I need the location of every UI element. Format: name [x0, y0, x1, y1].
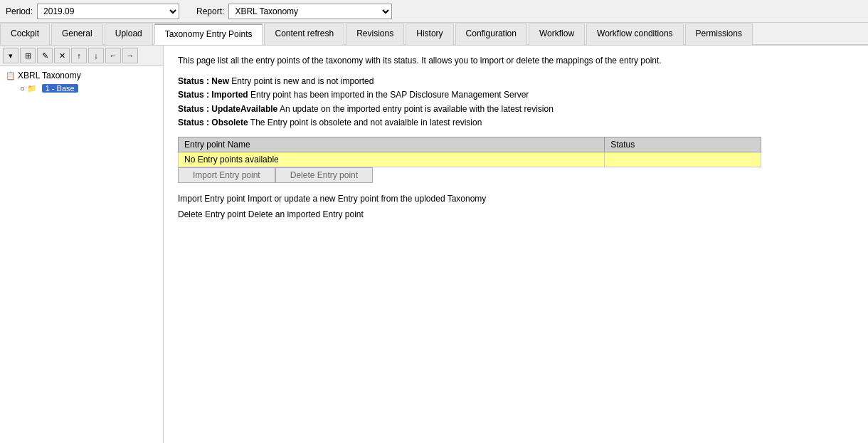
- report-select[interactable]: XBRL Taxonomy: [228, 4, 392, 19]
- toolbar-btn-right[interactable]: →: [122, 48, 138, 63]
- tab-history[interactable]: History: [406, 24, 453, 45]
- tab-content-refresh[interactable]: Content refresh: [264, 24, 344, 45]
- status-update-line: Status : UpdateAvailable An update on th…: [178, 103, 854, 116]
- tree-root-label: XBRL Taxonomy: [18, 71, 81, 80]
- table-cell-name: No Entry points available: [179, 152, 605, 167]
- tree-badge: 1 - Base: [42, 84, 78, 93]
- main-layout: ▾ ⊞ ✎ ✕ ↑ ↓ ← → 📋 XBRL Taxonomy ○ 📁 1 - …: [0, 46, 868, 443]
- tree-child-label: 1 - Base: [39, 83, 78, 93]
- tree-expand-icon: ○: [20, 84, 25, 93]
- tree-root-icon: 📋: [6, 71, 16, 80]
- tab-bar: Cockpit General Upload Taxonomy Entry Po…: [0, 23, 868, 46]
- tree-area: 📋 XBRL Taxonomy ○ 📁 1 - Base: [0, 66, 163, 98]
- tab-general[interactable]: General: [51, 24, 103, 45]
- status-descriptions: Status : New Entry point is new and is n…: [178, 75, 854, 130]
- tab-taxonomy-entry-points[interactable]: Taxonomy Entry Points: [154, 24, 263, 45]
- toolbar-btn-down[interactable]: ↓: [88, 48, 104, 63]
- status-obsolete-text: The Entry point is obsolete and not avai…: [250, 118, 482, 127]
- toolbar-btn-edit[interactable]: ✎: [37, 48, 53, 63]
- desc-delete-key: Delete Entry point: [178, 209, 245, 219]
- desc-delete-line: Delete Entry point Delete an imported En…: [178, 207, 854, 223]
- status-obsolete-key: Status : Obsolete: [178, 118, 248, 127]
- report-label: Report:: [196, 6, 224, 16]
- content-area: This page list all the entry points of t…: [164, 46, 868, 443]
- button-row: Import Entry point Delete Entry point: [178, 167, 854, 183]
- status-obsolete-line: Status : Obsolete The Entry point is obs…: [178, 116, 854, 130]
- tree-root-item[interactable]: 📋 XBRL Taxonomy: [3, 69, 160, 82]
- import-entry-point-button[interactable]: Import Entry point: [178, 167, 275, 183]
- descriptions: Import Entry point Import or update a ne…: [178, 192, 854, 222]
- entry-table: Entry point Name Status No Entry points …: [178, 137, 761, 167]
- desc-import-key: Import Entry point: [178, 194, 245, 204]
- tab-permissions[interactable]: Permissions: [685, 24, 753, 45]
- delete-entry-point-button[interactable]: Delete Entry point: [275, 167, 373, 183]
- status-new-line: Status : New Entry point is new and is n…: [178, 75, 854, 88]
- tab-upload[interactable]: Upload: [105, 24, 153, 45]
- tab-workflow-conditions[interactable]: Workflow conditions: [586, 24, 684, 45]
- status-new-text: Entry point is new and is not imported: [231, 76, 374, 86]
- desc-import-line: Import Entry point Import or update a ne…: [178, 192, 854, 207]
- toolbar-btn-left[interactable]: ←: [105, 48, 121, 63]
- status-imported-line: Status : Imported Entry point has been i…: [178, 88, 854, 102]
- table-row[interactable]: No Entry points available: [179, 152, 761, 167]
- toolbar-btn-add[interactable]: ⊞: [20, 48, 36, 63]
- tree-child-area: ○ 📁 1 - Base: [3, 82, 160, 95]
- tree-child-row[interactable]: ○ 📁 1 - Base: [17, 82, 160, 95]
- status-imported-key: Status : Imported: [178, 90, 248, 100]
- desc-import-text-val: Import or update a new Entry point from …: [248, 194, 486, 204]
- sidebar: ▾ ⊞ ✎ ✕ ↑ ↓ ← → 📋 XBRL Taxonomy ○ 📁 1 - …: [0, 46, 164, 443]
- col-header-status: Status: [605, 137, 761, 152]
- intro-text: This page list all the entry points of t…: [178, 54, 854, 68]
- toolbar-btn-up[interactable]: ↑: [71, 48, 87, 63]
- tree-folder-icon: 📁: [27, 84, 37, 93]
- status-update-key: Status : UpdateAvailable: [178, 104, 277, 114]
- intro-paragraph: This page list all the entry points of t…: [178, 56, 662, 66]
- toolbar-btn-delete[interactable]: ✕: [54, 48, 70, 63]
- top-bar: Period: 2019.09 2019.06 2018.12 Report: …: [0, 0, 868, 23]
- toolbar-btn-arrow-down[interactable]: ▾: [3, 48, 18, 63]
- sidebar-toolbar: ▾ ⊞ ✎ ✕ ↑ ↓ ← →: [0, 46, 163, 66]
- table-cell-status: [605, 152, 761, 167]
- col-header-name: Entry point Name: [179, 137, 605, 152]
- period-label: Period:: [6, 6, 33, 16]
- status-update-text: An update on the imported entry point is…: [280, 104, 554, 114]
- desc-delete-text-val: Delete an imported Entry point: [248, 209, 364, 219]
- tab-workflow[interactable]: Workflow: [529, 24, 585, 45]
- status-imported-text: Entry point has been imported in the SAP…: [250, 90, 529, 100]
- status-new-key: Status : New: [178, 76, 229, 86]
- tab-cockpit[interactable]: Cockpit: [0, 24, 50, 45]
- period-select[interactable]: 2019.09 2019.06 2018.12: [37, 4, 179, 19]
- tab-revisions[interactable]: Revisions: [346, 24, 404, 45]
- tab-configuration[interactable]: Configuration: [455, 24, 527, 45]
